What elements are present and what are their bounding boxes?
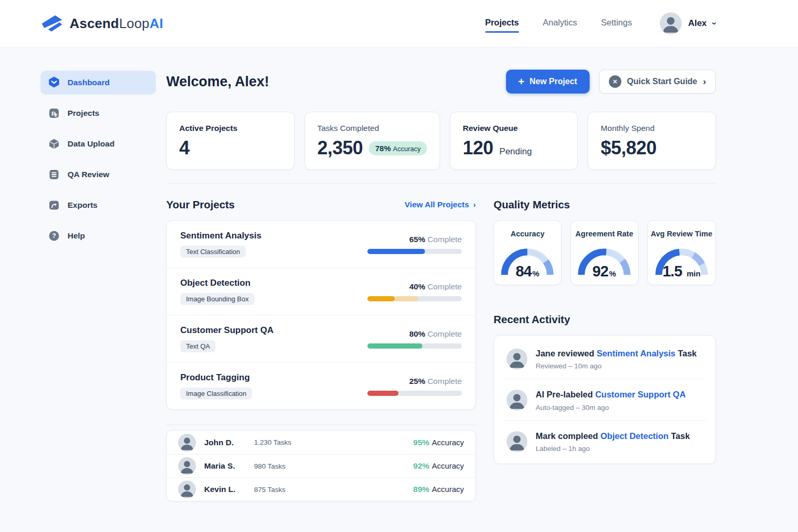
data-upload-icon [48, 138, 60, 150]
accuracy-value: 92% [413, 461, 429, 470]
project-progress: 65%Complete [367, 235, 462, 254]
team-list-card: John D. 1.230 Tasks 95%Accuracy Maria S.… [166, 430, 476, 501]
team-divider [166, 424, 476, 425]
help-icon: ? [48, 230, 60, 242]
qa-review-icon [48, 168, 60, 181]
member-avatar [178, 481, 196, 498]
accuracy-value: 89% [413, 485, 429, 494]
view-all-label: View All Projects [405, 200, 469, 209]
svg-text:?: ? [52, 232, 56, 240]
activity-row[interactable]: AI Pre-labeled Customer Support QA Auto-… [494, 379, 715, 420]
project-tag: Text QA [180, 340, 216, 352]
sidebar-item-label: QA Review [68, 170, 109, 179]
stat-card-review-queue: Review Queue 120 Pending [450, 112, 578, 170]
progress-percent: 65% [409, 235, 425, 244]
sidebar-item-label: Projects [68, 109, 99, 118]
member-tasks: 875 Tasks [254, 486, 286, 494]
view-all-projects-link[interactable]: View All Projects › [405, 200, 476, 209]
member-name: Maria S. [204, 461, 250, 471]
section-title: Recent Activity [494, 313, 570, 326]
activity-meta: Auto-tagged – 30m ago [536, 404, 686, 411]
lower-columns: Your Projects View All Projects › Sentim… [166, 198, 716, 501]
section-divider [166, 183, 716, 184]
project-name: Product Tagging [180, 373, 367, 383]
team-row[interactable]: Kevin L. 875 Tasks 89%Accuracy [167, 477, 475, 501]
quick-start-label: Quick Start Guide [627, 77, 697, 86]
gauge-label: Accuracy [497, 230, 558, 238]
stat-label: Monthly Spend [601, 124, 703, 133]
gauge-label: Avg Review Time [651, 230, 712, 238]
nav-tab-projects[interactable]: Projects [485, 18, 519, 30]
recent-activity-header: Recent Activity [494, 313, 716, 326]
sidebar-item-exports[interactable]: Exports [41, 193, 156, 217]
new-project-button[interactable]: + New Project [506, 70, 590, 94]
activity-avatar [507, 390, 527, 410]
progress-bar [367, 249, 462, 254]
activity-row[interactable]: Jane reviewed Sentiment Analysis Task Re… [494, 338, 715, 379]
projects-icon: P [48, 107, 60, 119]
project-row-object-detection[interactable]: Object Detection Image Bounding Box 40%C… [167, 268, 475, 315]
project-row-sentiment-analysis[interactable]: Sentiment Analysis Text Classification 6… [167, 221, 475, 268]
exports-icon [48, 199, 60, 211]
progress-suffix: Complete [428, 329, 462, 338]
progress-percent: 25% [409, 377, 425, 385]
chevron-right-icon: › [473, 200, 476, 209]
member-name: Kevin L. [204, 485, 250, 494]
main-content: Welcome, Alex! + New Project ✕ Quick Sta… [166, 47, 716, 501]
activity-meta: Labeled – 1h ago [536, 445, 690, 453]
activity-row[interactable]: Mark compleed Object Detection Task Labe… [494, 420, 715, 461]
activity-project-link[interactable]: Object Detection [601, 431, 669, 441]
nav-tab-settings[interactable]: Settings [601, 18, 632, 30]
page-layout: Dashboard P Projects Data Upload QA Revi… [0, 47, 798, 501]
sidebar-item-help[interactable]: ? Help [41, 224, 156, 248]
sidebar: Dashboard P Projects Data Upload QA Revi… [41, 47, 156, 501]
project-progress: 25%Complete [367, 377, 462, 396]
member-tasks: 1.230 Tasks [254, 438, 291, 446]
sidebar-item-label: Dashboard [68, 78, 110, 87]
project-row-customer-support-qa[interactable]: Customer Support QA Text QA 80%Complete [167, 315, 475, 362]
user-menu[interactable]: Alex › [660, 12, 716, 34]
progress-suffix: Complete [428, 235, 462, 244]
new-project-label: New Project [529, 77, 577, 86]
member-tasks: 980 Tasks [254, 462, 286, 470]
stat-value: 2,350 [317, 137, 363, 159]
team-row[interactable]: John D. 1.230 Tasks 95%Accuracy [167, 431, 475, 454]
brand-name-part1: Ascend [70, 16, 119, 31]
stat-card-active-projects: Active Projects 4 [166, 112, 295, 170]
activity-text: AI Pre-labeled Customer Support QA [536, 389, 686, 400]
nav-tab-analytics[interactable]: Analytics [543, 18, 577, 30]
user-avatar [660, 12, 682, 34]
projects-column: Your Projects View All Projects › Sentim… [166, 198, 476, 501]
stat-value: 120 [463, 137, 494, 159]
quick-start-guide-button[interactable]: ✕ Quick Start Guide › [599, 70, 716, 94]
progress-suffix: Complete [428, 377, 462, 385]
stat-label: Review Queue [463, 124, 565, 133]
accuracy-badge: 78%Accuracy [369, 141, 427, 155]
sidebar-item-projects[interactable]: P Projects [41, 101, 156, 125]
activity-project-link[interactable]: Sentiment Analysis [596, 349, 675, 358]
project-row-product-tagging[interactable]: Product Tagging Image Classification 25%… [167, 362, 475, 409]
user-name: Alex [688, 18, 707, 29]
progress-percent: 80% [409, 329, 425, 338]
sidebar-item-label: Data Upload [68, 139, 114, 149]
badge-label: Accuracy [393, 145, 420, 153]
top-bar: AscendLoopAI Projects Analytics Settings… [0, 0, 798, 47]
activity-text: Jane reviewed Sentiment Analysis Task [536, 348, 697, 359]
activity-project-link[interactable]: Customer Support QA [595, 390, 686, 399]
progress-bar [367, 296, 462, 301]
projects-list-card: Sentiment Analysis Text Classification 6… [166, 220, 476, 410]
sidebar-item-qa-review[interactable]: QA Review [41, 163, 156, 187]
gauge-value: 1.5 min [651, 263, 712, 280]
team-row[interactable]: Maria S. 980 Tasks 92%Accuracy [167, 454, 475, 477]
metrics-column: Quality Metrics Accuracy 84% Agreement R… [494, 198, 716, 501]
section-title: Your Projects [166, 198, 235, 211]
gauge-label: Agreement Rate [574, 230, 635, 238]
your-projects-header: Your Projects View All Projects › [166, 198, 476, 211]
activity-avatar [507, 349, 527, 369]
progress-bar [367, 391, 462, 396]
top-nav: Projects Analytics Settings Alex › [485, 12, 716, 34]
sidebar-item-dashboard[interactable]: Dashboard [41, 71, 156, 95]
sidebar-item-data-upload[interactable]: Data Upload [41, 132, 156, 156]
recent-activity-card: Jane reviewed Sentiment Analysis Task Re… [494, 335, 716, 464]
project-progress: 40%Complete [367, 282, 462, 301]
